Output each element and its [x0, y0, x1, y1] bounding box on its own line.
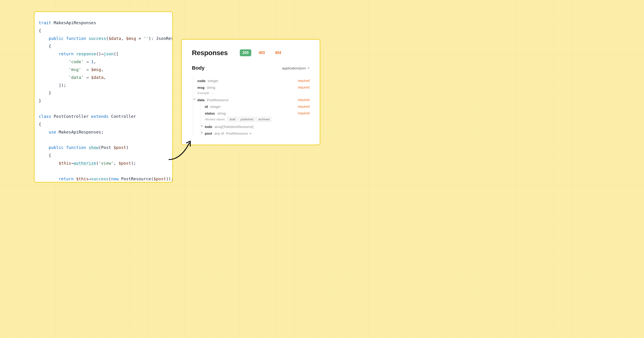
- allowed-value-pill: archived: [256, 117, 272, 122]
- chevron-right-icon[interactable]: [200, 131, 204, 134]
- required-badge: required: [298, 86, 310, 89]
- example-row: Example: …: [192, 91, 310, 95]
- chevron-down-icon[interactable]: [193, 98, 196, 101]
- chevron-down-icon: [249, 132, 252, 135]
- body-title: Body: [192, 65, 204, 71]
- schema-field-todo[interactable]: todo array[TodoItemResource]: [192, 123, 310, 130]
- status-tab-403[interactable]: 403: [256, 49, 268, 56]
- field-type: string: [217, 111, 226, 115]
- field-name: msg: [198, 86, 204, 90]
- field-name: post: [205, 131, 212, 135]
- chevron-down-icon: [307, 67, 310, 69]
- content-type-selector[interactable]: application/json: [282, 66, 310, 70]
- allowed-value-pill: draft: [227, 117, 238, 122]
- schema-tree: code integer required msg string require…: [192, 78, 310, 137]
- code-editor-panel: trait MakesApiResponses { public functio…: [34, 11, 173, 183]
- field-name: status: [205, 111, 215, 115]
- status-tab-404[interactable]: 404: [272, 49, 284, 56]
- required-badge: required: [298, 79, 310, 83]
- field-type: string: [207, 86, 215, 90]
- field-type: integer: [208, 79, 218, 83]
- required-badge: required: [298, 105, 310, 108]
- responses-panel: Responses 200403404 Body application/jso…: [181, 39, 320, 145]
- status-code-tabs: 200403404: [240, 49, 284, 56]
- responses-title: Responses: [192, 49, 228, 57]
- field-name: todo: [205, 125, 212, 129]
- field-name: data: [198, 98, 204, 102]
- allowed-value-pill: published: [238, 117, 256, 122]
- chevron-right-icon[interactable]: [200, 124, 204, 128]
- schema-field-code: code integer required: [192, 78, 310, 84]
- field-type: PostResource: [207, 98, 228, 102]
- schema-field-id: id integer required: [192, 103, 310, 110]
- field-name: id: [205, 105, 208, 109]
- content-type-label: application/json: [282, 66, 306, 70]
- required-badge: required: [298, 111, 310, 115]
- field-type: integer: [210, 105, 221, 109]
- anyof-selector[interactable]: any of: PostResource: [214, 131, 252, 135]
- status-tab-200[interactable]: 200: [240, 49, 252, 56]
- code-block: trait MakesApiResponses { public functio…: [39, 19, 168, 183]
- allowed-values-row: Allowed values: draft published archived: [192, 118, 310, 121]
- field-type: array[TodoItemResource]: [214, 125, 253, 129]
- schema-field-status: status string required: [192, 110, 310, 117]
- schema-field-msg: msg string required: [192, 84, 310, 91]
- field-name: code: [198, 79, 206, 83]
- schema-field-data[interactable]: data PostResource required: [192, 97, 310, 103]
- schema-field-post[interactable]: post any of: PostResource: [192, 130, 310, 137]
- required-badge: required: [298, 98, 310, 102]
